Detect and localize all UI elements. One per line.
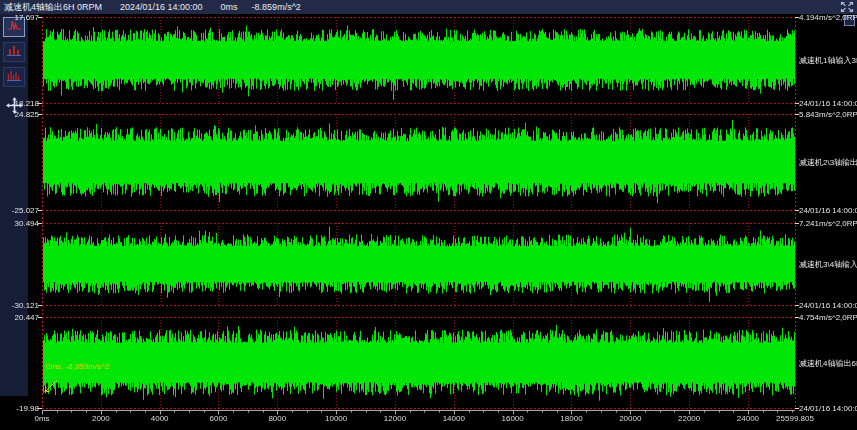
x-tick-label: 6000 [210,414,228,423]
channel-name-label: 减速机2\3轴输出4V [799,158,857,167]
y-axis-max-label: 30.494 [0,219,39,228]
channel-date-label: 24/01/16 14:00:00 [799,301,857,310]
y-axis-max-label: 24.825 [0,110,39,119]
spectrum-tool-button[interactable] [3,42,25,62]
cursor-time-readout: 0ms [221,0,238,14]
channel-name-label: 减速机1轴输入3H [799,56,857,65]
channel-date-label: 24/01/16 14:00:00 [799,99,857,108]
x-tick-label: 8000 [268,414,286,423]
x-tick-label: 25599.805 [776,414,814,423]
y-axis-min-label: -30.121 [0,301,39,310]
y-axis-min-label: -19.98 [0,404,39,413]
x-tick-label: 18000 [560,414,582,423]
spectrum-icon [6,44,22,60]
channel-name-label: 减速机4轴输出6H [799,358,857,367]
x-tick-label: 22000 [678,414,700,423]
channel-info-label: 7.241m/s^2,0RPM [799,219,857,228]
channel-name-label: 减速机3\4轴输入5A [799,260,857,269]
x-tick-label: 0ms [34,414,49,423]
waveform-plot-canvas[interactable] [0,0,857,430]
x-tick-label: 20000 [619,414,641,423]
channel-info-label: 4.754m/s^2,0RPM [799,313,857,322]
x-tick-label: 4000 [151,414,169,423]
channel-date-label: 24/01/16 14:00:00 [799,206,857,215]
y-axis-min-label: -18.218 [0,99,39,108]
y-axis-min-label: -25.027 [0,206,39,215]
active-channel-title: 减速机4轴输出6H 0RPM [4,0,102,14]
x-tick-label: 14000 [443,414,465,423]
x-tick-label: 2000 [92,414,110,423]
y-axis-max-label: 20.447 [0,313,39,322]
x-tick-label: 24000 [737,414,759,423]
x-tick-label: 12000 [384,414,406,423]
cursor-readout: 0ms, -8.859m/s^2 [46,362,109,371]
cursor-value-readout: -8.859m/s^2 [252,0,301,14]
channel-date-label: 24/01/16 14:00:00 [799,404,857,413]
spectrum-lines-tool-button[interactable] [3,67,25,87]
channel-info-label: 5.843m/s^2,0RPM [799,110,857,119]
fullscreen-icon[interactable] [840,1,854,13]
x-tick-label: 10000 [325,414,347,423]
spectrum-lines-icon [6,69,22,85]
record-datetime: 2024/01/16 14:00:00 [120,0,203,14]
top-status-bar: 减速机4轴输出6H 0RPM 2024/01/16 14:00:00 0ms -… [0,0,857,14]
x-tick-label: 16000 [502,414,524,423]
